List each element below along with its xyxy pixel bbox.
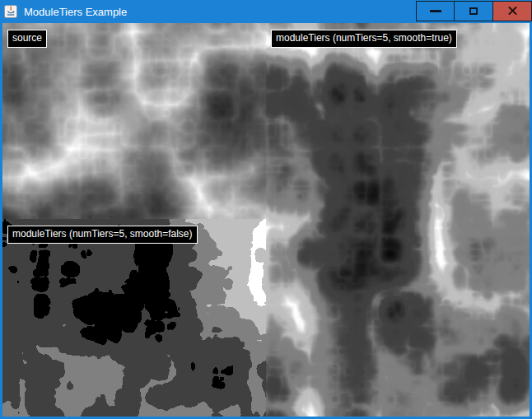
source-label: source — [7, 30, 47, 48]
window-title: ModuleTiers Example — [24, 6, 127, 18]
tiers-smooth-noise-image — [266, 23, 530, 417]
tiers-hard-noise-image — [2, 219, 266, 417]
close-button[interactable] — [493, 1, 532, 21]
tiers-smooth-label: moduleTiers (numTiers=5, smooth=true) — [271, 30, 457, 48]
minimize-button[interactable] — [416, 1, 455, 21]
panel-source: source — [2, 23, 266, 219]
maximize-square-icon — [469, 7, 478, 15]
panel-tiers-hard: moduleTiers (numTiers=5, smooth=false) — [2, 219, 266, 417]
maximize-button[interactable] — [455, 1, 493, 21]
minimize-dash-icon — [430, 10, 441, 12]
titlebar[interactable]: ModuleTiers Example — [0, 0, 532, 23]
titlebar-buttons — [416, 1, 532, 21]
panel-tiers-smooth: moduleTiers (numTiers=5, smooth=true) — [266, 23, 530, 417]
app-window: ModuleTiers Example source moduleTiers (… — [0, 0, 532, 419]
render-area: source moduleTiers (numTiers=5, smooth=f… — [2, 23, 530, 417]
tiers-hard-label: moduleTiers (numTiers=5, smooth=false) — [7, 226, 198, 244]
source-noise-image — [2, 23, 266, 219]
close-x-icon — [507, 6, 518, 16]
java-coffee-cup-icon — [4, 5, 17, 18]
